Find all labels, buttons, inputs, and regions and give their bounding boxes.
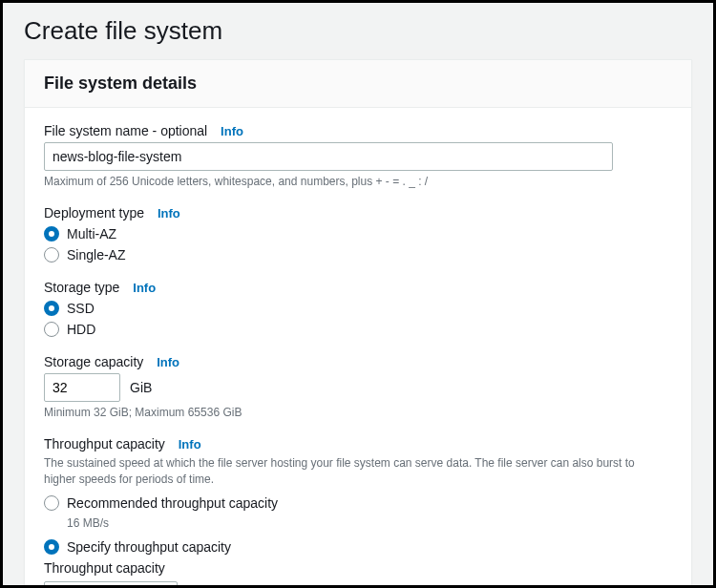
throughput-select-wrap: 64 MB/s [44, 581, 178, 588]
throughput-capacity-field: Throughput capacity Info The sustained s… [44, 436, 672, 588]
radio-icon [44, 495, 59, 511]
throughput-select-label: Throughput capacity [44, 560, 672, 576]
deployment-multi-az-radio[interactable]: Multi-AZ [44, 226, 672, 242]
throughput-capacity-info-link[interactable]: Info [179, 437, 201, 452]
panel-body: File system name - optional Info Maximum… [25, 108, 691, 588]
storage-capacity-field: Storage capacity Info GiB Minimum 32 GiB… [44, 354, 672, 419]
storage-ssd-label: SSD [67, 301, 95, 316]
page-container: Create file system File system details F… [0, 0, 716, 588]
throughput-recommended-sub: 16 MB/s [67, 516, 672, 530]
file-system-name-field: File system name - optional Info Maximum… [44, 123, 672, 188]
storage-capacity-input[interactable] [44, 373, 120, 402]
throughput-recommended-label: Recommended throughput capacity [67, 495, 278, 511]
storage-ssd-radio[interactable]: SSD [44, 301, 672, 316]
deployment-type-label: Deployment type [44, 205, 144, 220]
storage-type-info-link[interactable]: Info [133, 281, 156, 295]
storage-hdd-label: HDD [67, 322, 95, 337]
file-system-name-input[interactable] [44, 142, 613, 171]
radio-icon [44, 322, 59, 337]
file-system-name-info-link[interactable]: Info [221, 124, 243, 138]
deployment-type-field: Deployment type Info Multi-AZ Single-AZ [44, 205, 672, 262]
file-system-name-label: File system name - optional [44, 123, 207, 138]
storage-type-field: Storage type Info SSD HDD [44, 280, 672, 337]
storage-capacity-info-link[interactable]: Info [157, 355, 179, 369]
radio-icon [44, 247, 59, 262]
deployment-multi-az-label: Multi-AZ [67, 226, 116, 242]
throughput-recommended-radio[interactable]: Recommended throughput capacity [44, 495, 672, 511]
file-system-name-hint: Maximum of 256 Unicode letters, whitespa… [44, 175, 672, 188]
storage-capacity-label: Storage capacity [44, 354, 143, 369]
page-title: Create file system [3, 3, 713, 59]
file-system-details-panel: File system details File system name - o… [24, 59, 692, 588]
storage-capacity-hint: Minimum 32 GiB; Maximum 65536 GiB [44, 406, 672, 419]
radio-icon [44, 226, 59, 242]
throughput-capacity-label: Throughput capacity [44, 436, 165, 452]
throughput-capacity-description: The sustained speed at which the file se… [44, 455, 655, 488]
throughput-capacity-select[interactable]: 64 MB/s [44, 581, 178, 588]
throughput-specify-label: Specify throughput capacity [67, 539, 231, 555]
deployment-single-az-label: Single-AZ [67, 247, 125, 262]
storage-type-label: Storage type [44, 280, 119, 295]
throughput-specify-radio[interactable]: Specify throughput capacity [44, 539, 672, 555]
deployment-type-info-link[interactable]: Info [158, 206, 180, 220]
deployment-single-az-radio[interactable]: Single-AZ [44, 247, 672, 262]
radio-icon [44, 539, 59, 555]
storage-capacity-unit: GiB [130, 380, 152, 395]
storage-hdd-radio[interactable]: HDD [44, 322, 672, 337]
radio-icon [44, 301, 59, 316]
panel-header: File system details [25, 60, 691, 108]
